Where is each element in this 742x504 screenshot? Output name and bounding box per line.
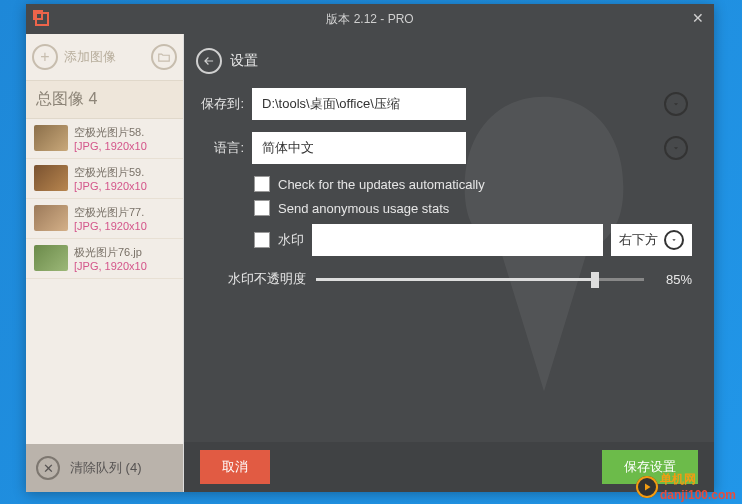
close-icon: ✕	[36, 456, 60, 480]
opacity-value: 85%	[654, 272, 692, 287]
send-stats-label: Send anonymous usage stats	[278, 201, 449, 216]
file-meta: [JPG, 1920x10	[74, 180, 147, 192]
browse-folder-button[interactable]	[664, 92, 688, 116]
thumbnail-icon	[34, 125, 68, 151]
watermark-position-select[interactable]: 右下方	[611, 224, 692, 256]
language-dropdown-button[interactable]	[664, 136, 688, 160]
footer: 取消 保存设置	[184, 442, 714, 492]
app-logo-icon	[35, 12, 49, 26]
file-meta: [JPG, 1920x10	[74, 260, 147, 272]
check-updates-checkbox[interactable]	[254, 176, 270, 192]
window-title: 版本 2.12 - PRO	[326, 11, 413, 28]
list-item[interactable]: 空极光图片59. [JPG, 1920x10	[26, 159, 183, 199]
add-image-button[interactable]: +	[32, 44, 58, 70]
slider-fill	[316, 278, 595, 281]
chevron-down-icon	[664, 230, 684, 250]
title-bar: 版本 2.12 - PRO ✕	[26, 4, 714, 34]
settings-header: 设置	[196, 44, 692, 88]
add-folder-button[interactable]	[151, 44, 177, 70]
save-settings-button[interactable]: 保存设置	[602, 450, 698, 484]
settings-title: 设置	[230, 52, 258, 70]
language-label: 语言:	[196, 139, 244, 157]
list-item[interactable]: 空极光图片77. [JPG, 1920x10	[26, 199, 183, 239]
file-meta: [JPG, 1920x10	[74, 220, 147, 232]
watermark-checkbox[interactable]	[254, 232, 270, 248]
add-image-label: 添加图像	[64, 48, 145, 66]
language-select[interactable]	[252, 132, 466, 164]
settings-panel: 设置 保存到: 语言: Check for the updates auto	[184, 34, 714, 442]
watermark-label: 水印	[278, 231, 304, 249]
file-name: 空极光图片58.	[74, 125, 147, 140]
cancel-button[interactable]: 取消	[200, 450, 270, 484]
send-stats-checkbox[interactable]	[254, 200, 270, 216]
add-image-row: + 添加图像	[26, 34, 183, 80]
save-to-label: 保存到:	[196, 95, 244, 113]
check-updates-label: Check for the updates automatically	[278, 177, 485, 192]
clear-queue-label: 清除队列 (4)	[70, 459, 142, 477]
thumbnail-icon	[34, 205, 68, 231]
opacity-label: 水印不透明度	[196, 270, 306, 288]
clear-queue-button[interactable]: ✕ 清除队列 (4)	[26, 444, 183, 492]
watermark-position-value: 右下方	[619, 231, 658, 249]
list-item[interactable]: 极光图片76.jp [JPG, 1920x10	[26, 239, 183, 279]
thumbnail-icon	[34, 165, 68, 191]
sidebar: + 添加图像 总图像 4 空极光图片58. [JPG, 1920x10 空极光图…	[26, 34, 184, 492]
total-images-label: 总图像 4	[26, 80, 183, 119]
save-to-input[interactable]	[252, 88, 466, 120]
close-button[interactable]: ✕	[692, 10, 704, 26]
file-name: 极光图片76.jp	[74, 245, 147, 260]
app-window: 版本 2.12 - PRO ✕ + 添加图像 总图像 4 空极光图片58. [J…	[26, 4, 714, 492]
list-item[interactable]: 空极光图片58. [JPG, 1920x10	[26, 119, 183, 159]
file-list: 空极光图片58. [JPG, 1920x10 空极光图片59. [JPG, 19…	[26, 119, 183, 444]
file-meta: [JPG, 1920x10	[74, 140, 147, 152]
file-name: 空极光图片77.	[74, 205, 147, 220]
thumbnail-icon	[34, 245, 68, 271]
back-button[interactable]	[196, 48, 222, 74]
watermark-path-input[interactable]	[312, 224, 603, 256]
file-name: 空极光图片59.	[74, 165, 147, 180]
opacity-slider[interactable]	[316, 278, 644, 281]
slider-thumb[interactable]	[591, 272, 599, 288]
